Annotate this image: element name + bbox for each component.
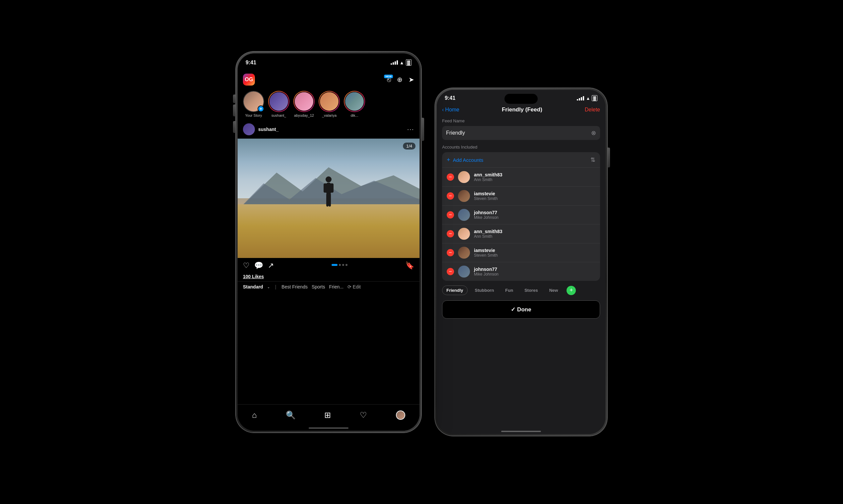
add-story-plus[interactable]: +	[258, 105, 264, 112]
comment-icon[interactable]: 💬	[254, 261, 263, 270]
account-info-1: iamstevie Steven Smith	[474, 191, 596, 201]
post-image: 1/4	[238, 139, 419, 258]
send-icon[interactable]: ↗	[268, 261, 274, 270]
chevron-left-icon: ‹	[442, 107, 444, 113]
add-tab-button[interactable]: +	[567, 286, 576, 295]
story-label-4: dik...	[350, 113, 358, 118]
account-avatar-3	[458, 228, 470, 240]
tab-caret-icon[interactable]: ⌄	[267, 285, 270, 289]
volume-up-button[interactable]	[233, 105, 236, 116]
direct-icon[interactable]: ➤	[409, 76, 414, 84]
status-icons-1: ▲ ▓	[391, 59, 412, 66]
tab-stores[interactable]: Stores	[520, 286, 541, 295]
story-ring-1	[268, 91, 289, 112]
story-avatar-2	[294, 91, 314, 111]
scene: 9:41 ▲ ▓ OG	[189, 36, 654, 468]
story-label-1: sushant_	[272, 113, 287, 118]
story-photo-4	[345, 92, 364, 111]
filter-icon[interactable]: ⇅	[590, 156, 596, 163]
account-username-0: ann_smith83	[474, 172, 596, 177]
tab-frien[interactable]: Frien...	[329, 284, 344, 289]
story-item-2[interactable]: abyuday_12	[293, 91, 315, 118]
back-label: Home	[445, 107, 459, 113]
signal-bar-2	[393, 62, 394, 65]
story-ring-3	[319, 91, 340, 112]
done-button[interactable]: ✓ Done	[442, 301, 600, 319]
accounts-list-box: + Add Accounts ⇅ − ann_smith83 Ann Smith	[442, 152, 600, 281]
nav-home-icon[interactable]: ⌂	[252, 411, 257, 420]
nav-profile-avatar[interactable]	[396, 411, 405, 420]
add-accounts-label: Add Accounts	[453, 157, 484, 163]
story-avatar-4	[344, 91, 364, 111]
remove-account-1[interactable]: −	[447, 192, 454, 200]
account-row-3: − ann_smith83 Ann Smith	[442, 224, 600, 244]
clear-input-icon[interactable]: ⊗	[591, 129, 596, 137]
account-avatar-0	[458, 171, 470, 183]
add-post-icon[interactable]: ⊕	[397, 76, 402, 84]
post-likes-count[interactable]: 100 Likes	[238, 273, 419, 281]
post-more-icon[interactable]: ···	[407, 126, 414, 133]
account-row-4: − iamstevie Steven Smith	[442, 244, 600, 262]
tab-stubborn[interactable]: Stubborn	[471, 286, 498, 295]
remove-account-0[interactable]: −	[447, 174, 454, 181]
signal-icon	[391, 60, 398, 65]
wifi-icon: ▲	[400, 60, 404, 65]
time-1: 9:41	[246, 60, 256, 66]
story-item-3[interactable]: _valariya	[319, 91, 340, 118]
post-user-avatar	[243, 123, 255, 135]
svg-rect-3	[326, 183, 331, 194]
tab-friendly[interactable]: Friendly	[442, 286, 468, 295]
nav-search-icon[interactable]: 🔍	[286, 411, 296, 420]
story-item-4[interactable]: dik...	[344, 91, 365, 118]
app-logo[interactable]: OG	[243, 74, 255, 86]
nav-likes-icon[interactable]: ♡	[360, 411, 367, 420]
power-button[interactable]	[422, 118, 424, 141]
account-avatar-1	[458, 190, 470, 202]
tab-new[interactable]: New	[545, 286, 562, 295]
story-item-1[interactable]: sushant_	[268, 91, 289, 118]
remove-account-3[interactable]: −	[447, 230, 454, 237]
tab-standard[interactable]: Standard	[243, 284, 263, 289]
post-avatar-img	[243, 123, 255, 135]
nav-reels-icon[interactable]: ⊞	[324, 411, 331, 420]
account-username-3: ann_smith83	[474, 229, 596, 234]
account-info-0: ann_smith83 Ann Smith	[474, 172, 596, 182]
story-photo-1	[270, 92, 288, 111]
remove-account-2[interactable]: −	[447, 211, 454, 218]
remove-account-5[interactable]: −	[447, 268, 454, 275]
account-row-0: − ann_smith83 Ann Smith	[442, 168, 600, 187]
account-info-2: johnson77 Mike Johnson	[474, 210, 596, 220]
like-icon[interactable]: ♡	[243, 261, 250, 270]
account-username-1: iamstevie	[474, 191, 596, 196]
account-avatar-4	[458, 247, 470, 259]
post-user-info[interactable]: sushant_	[243, 123, 278, 135]
story-item-yours[interactable]: + Your Story	[243, 91, 264, 118]
account-realname-4: Steven Smith	[474, 253, 596, 258]
dot-1	[331, 264, 338, 266]
delete-button[interactable]: Delete	[585, 107, 600, 113]
tab-sports[interactable]: Sports	[312, 284, 325, 289]
back-button[interactable]: ‹ Home	[442, 107, 459, 113]
post-header: sushant_ ···	[238, 120, 419, 139]
account-info-5: johnson77 Mike Johnson	[474, 267, 596, 276]
remove-account-4[interactable]: −	[447, 249, 454, 256]
account-realname-1: Steven Smith	[474, 196, 596, 201]
save-icon[interactable]: 🔖	[405, 261, 414, 270]
tab-best-friends[interactable]: Best Friends	[281, 284, 308, 289]
volume-down-button[interactable]	[233, 121, 236, 133]
post-dots-indicator	[331, 264, 347, 267]
phone-1-screen: 9:41 ▲ ▓ OG	[238, 53, 419, 431]
status-icons-2: ▲ ▓	[577, 95, 597, 101]
add-accounts-row[interactable]: + Add Accounts ⇅	[442, 152, 600, 168]
edit-feeds-icon[interactable]: ⟳ Edit	[347, 284, 361, 289]
story-label-3: _valariya	[322, 113, 337, 118]
phone-1: 9:41 ▲ ▓ OG	[236, 51, 422, 433]
feed-name-input[interactable]	[446, 130, 591, 136]
post-actions-left: ♡ 💬 ↗	[243, 261, 274, 270]
power-button-2[interactable]	[607, 147, 610, 167]
account-realname-3: Ann Smith	[474, 234, 596, 239]
svg-rect-4	[324, 183, 327, 193]
silent-button[interactable]	[233, 94, 236, 103]
tab-fun[interactable]: Fun	[501, 286, 517, 295]
home-indicator-1	[309, 427, 348, 429]
